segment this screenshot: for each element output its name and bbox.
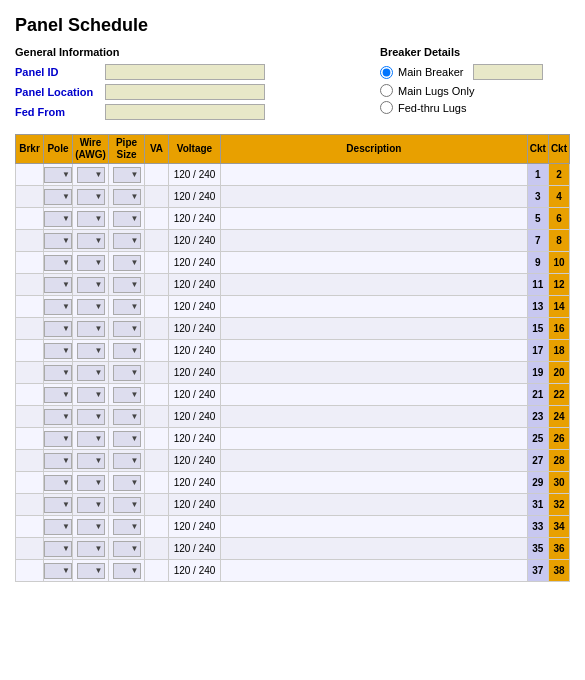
pipe-cell[interactable]: ▼ <box>109 252 145 274</box>
pole-cell[interactable]: ▼ <box>44 406 73 428</box>
pipe-cell[interactable]: ▼ <box>109 450 145 472</box>
pole-dropdown[interactable]: ▼ <box>44 321 72 337</box>
pole-cell[interactable]: ▼ <box>44 362 73 384</box>
pole-dropdown[interactable]: ▼ <box>44 233 72 249</box>
pole-cell[interactable]: ▼ <box>44 340 73 362</box>
pipe-dropdown[interactable]: ▼ <box>113 387 141 403</box>
wire-cell[interactable]: ▼ <box>73 538 109 560</box>
pole-dropdown[interactable]: ▼ <box>44 299 72 315</box>
pole-cell[interactable]: ▼ <box>44 208 73 230</box>
pipe-cell[interactable]: ▼ <box>109 538 145 560</box>
pipe-dropdown[interactable]: ▼ <box>113 431 141 447</box>
wire-cell[interactable]: ▼ <box>73 186 109 208</box>
wire-cell[interactable]: ▼ <box>73 296 109 318</box>
wire-cell[interactable]: ▼ <box>73 406 109 428</box>
pipe-dropdown[interactable]: ▼ <box>113 211 141 227</box>
pole-dropdown[interactable]: ▼ <box>44 453 72 469</box>
description-cell[interactable] <box>221 164 528 186</box>
wire-dropdown[interactable]: ▼ <box>77 343 105 359</box>
pipe-dropdown[interactable]: ▼ <box>113 299 141 315</box>
wire-dropdown[interactable]: ▼ <box>77 453 105 469</box>
fed-thru-radio[interactable] <box>380 101 393 114</box>
wire-cell[interactable]: ▼ <box>73 384 109 406</box>
wire-cell[interactable]: ▼ <box>73 450 109 472</box>
pipe-dropdown[interactable]: ▼ <box>113 255 141 271</box>
description-cell[interactable] <box>221 516 528 538</box>
pipe-cell[interactable]: ▼ <box>109 296 145 318</box>
description-cell[interactable] <box>221 362 528 384</box>
main-breaker-radio[interactable] <box>380 66 393 79</box>
wire-cell[interactable]: ▼ <box>73 230 109 252</box>
wire-dropdown[interactable]: ▼ <box>77 211 105 227</box>
wire-cell[interactable]: ▼ <box>73 252 109 274</box>
pole-dropdown[interactable]: ▼ <box>44 365 72 381</box>
pole-cell[interactable]: ▼ <box>44 164 73 186</box>
pipe-dropdown[interactable]: ▼ <box>113 541 141 557</box>
pipe-dropdown[interactable]: ▼ <box>113 409 141 425</box>
pipe-dropdown[interactable]: ▼ <box>113 519 141 535</box>
pipe-cell[interactable]: ▼ <box>109 208 145 230</box>
wire-dropdown[interactable]: ▼ <box>77 299 105 315</box>
pole-cell[interactable]: ▼ <box>44 516 73 538</box>
wire-cell[interactable]: ▼ <box>73 164 109 186</box>
pipe-dropdown[interactable]: ▼ <box>113 167 141 183</box>
pipe-cell[interactable]: ▼ <box>109 516 145 538</box>
wire-dropdown[interactable]: ▼ <box>77 409 105 425</box>
wire-dropdown[interactable]: ▼ <box>77 167 105 183</box>
description-cell[interactable] <box>221 428 528 450</box>
description-cell[interactable] <box>221 340 528 362</box>
description-cell[interactable] <box>221 472 528 494</box>
wire-dropdown[interactable]: ▼ <box>77 233 105 249</box>
pole-cell[interactable]: ▼ <box>44 252 73 274</box>
description-cell[interactable] <box>221 318 528 340</box>
fed-from-input[interactable] <box>105 104 265 120</box>
wire-dropdown[interactable]: ▼ <box>77 541 105 557</box>
wire-cell[interactable]: ▼ <box>73 516 109 538</box>
description-cell[interactable] <box>221 208 528 230</box>
pipe-dropdown[interactable]: ▼ <box>113 497 141 513</box>
pipe-cell[interactable]: ▼ <box>109 164 145 186</box>
pipe-cell[interactable]: ▼ <box>109 428 145 450</box>
description-cell[interactable] <box>221 450 528 472</box>
pole-dropdown[interactable]: ▼ <box>44 167 72 183</box>
description-cell[interactable] <box>221 186 528 208</box>
description-cell[interactable] <box>221 274 528 296</box>
description-cell[interactable] <box>221 230 528 252</box>
pole-dropdown[interactable]: ▼ <box>44 541 72 557</box>
pole-cell[interactable]: ▼ <box>44 186 73 208</box>
wire-dropdown[interactable]: ▼ <box>77 189 105 205</box>
description-cell[interactable] <box>221 296 528 318</box>
pole-dropdown[interactable]: ▼ <box>44 255 72 271</box>
wire-dropdown[interactable]: ▼ <box>77 497 105 513</box>
pipe-dropdown[interactable]: ▼ <box>113 343 141 359</box>
pipe-dropdown[interactable]: ▼ <box>113 563 141 579</box>
pipe-cell[interactable]: ▼ <box>109 340 145 362</box>
pipe-cell[interactable]: ▼ <box>109 318 145 340</box>
pole-dropdown[interactable]: ▼ <box>44 343 72 359</box>
pipe-cell[interactable]: ▼ <box>109 362 145 384</box>
wire-dropdown[interactable]: ▼ <box>77 255 105 271</box>
pipe-dropdown[interactable]: ▼ <box>113 453 141 469</box>
pole-cell[interactable]: ▼ <box>44 296 73 318</box>
pole-dropdown[interactable]: ▼ <box>44 189 72 205</box>
pipe-dropdown[interactable]: ▼ <box>113 189 141 205</box>
pipe-cell[interactable]: ▼ <box>109 494 145 516</box>
description-cell[interactable] <box>221 538 528 560</box>
pipe-dropdown[interactable]: ▼ <box>113 233 141 249</box>
pipe-cell[interactable]: ▼ <box>109 384 145 406</box>
description-cell[interactable] <box>221 494 528 516</box>
pole-dropdown[interactable]: ▼ <box>44 277 72 293</box>
pole-cell[interactable]: ▼ <box>44 450 73 472</box>
wire-dropdown[interactable]: ▼ <box>77 277 105 293</box>
wire-cell[interactable]: ▼ <box>73 274 109 296</box>
pipe-cell[interactable]: ▼ <box>109 406 145 428</box>
pole-cell[interactable]: ▼ <box>44 318 73 340</box>
main-breaker-input[interactable] <box>473 64 543 80</box>
main-lugs-radio[interactable] <box>380 84 393 97</box>
wire-dropdown[interactable]: ▼ <box>77 475 105 491</box>
pole-cell[interactable]: ▼ <box>44 428 73 450</box>
panel-id-input[interactable] <box>105 64 265 80</box>
description-cell[interactable] <box>221 406 528 428</box>
wire-cell[interactable]: ▼ <box>73 208 109 230</box>
pipe-dropdown[interactable]: ▼ <box>113 475 141 491</box>
